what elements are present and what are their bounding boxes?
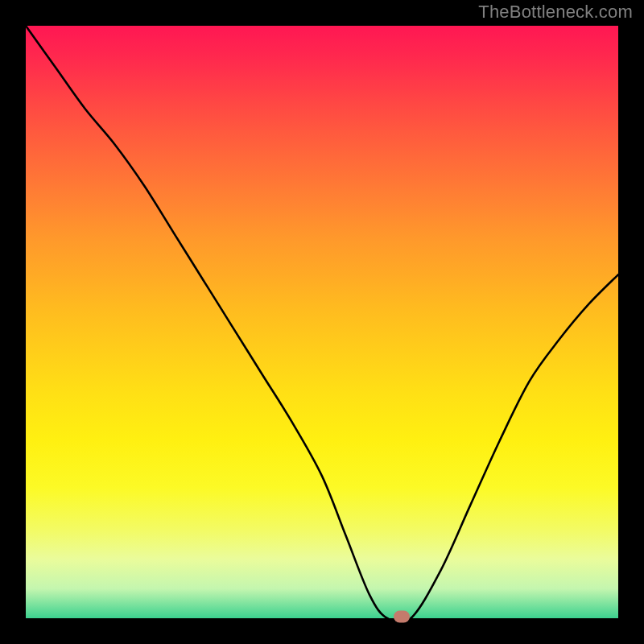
optimum-marker bbox=[394, 610, 410, 622]
chart-plot-area bbox=[26, 26, 618, 618]
bottleneck-curve bbox=[26, 26, 618, 618]
watermark-text: TheBottleneck.com bbox=[478, 2, 633, 23]
